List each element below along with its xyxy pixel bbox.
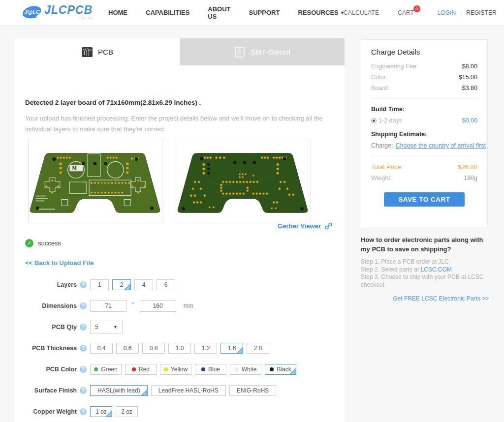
help-icon[interactable]	[80, 281, 87, 288]
jlcpcb-logo[interactable]: J@LC JLCPCB BETA	[22, 4, 93, 21]
logo-beta-label: BETA	[42, 16, 93, 20]
build-time-radio[interactable]: 1-2 days	[371, 117, 402, 124]
jlcpcb-logo-icon: J@LC	[22, 4, 42, 21]
thickness-option[interactable]: 0.4	[90, 343, 113, 354]
divider	[371, 98, 477, 99]
help-icon[interactable]	[80, 302, 87, 309]
dimension-width-input[interactable]	[90, 300, 126, 312]
svg-text:M: M	[72, 165, 77, 171]
thickness-option[interactable]: 1.6	[220, 343, 243, 354]
logo-text: JLCPCB	[44, 4, 93, 15]
help-icon[interactable]	[80, 387, 87, 394]
top-navbar: J@LC JLCPCB BETA HOME ▾ CAPABILITIES ▾ A…	[0, 0, 504, 26]
tab-pcb[interactable]: PCB	[15, 38, 180, 65]
help-icon[interactable]	[80, 366, 87, 373]
get-free-parts-link[interactable]: Get FREE LCSC Electronic Parts >>	[361, 295, 489, 302]
copper-weight-row: Copper Weight 1 oz2 oz	[15, 406, 345, 417]
build-time-row: 1-2 days $0.00	[371, 117, 477, 124]
thickness-label: PCB Thickness	[32, 345, 77, 352]
dimensions-label: Dimensions	[42, 302, 77, 309]
promo-step-1: Step 1. Place a PCB order at JLC	[361, 258, 489, 266]
surface-finish-row: Surface Finish HASL(with lead)LeadFree H…	[15, 385, 345, 396]
layers-row: Layers 1246	[15, 279, 345, 290]
dimension-height-input[interactable]	[140, 300, 176, 312]
cart-count-badge: 0	[413, 5, 420, 12]
nav-item[interactable]: RESOURCES ▾	[298, 9, 343, 16]
upload-status-row: ✓ success	[25, 239, 61, 247]
divider	[371, 156, 477, 156]
layers-option[interactable]: 1	[90, 279, 109, 290]
dimension-unit: mm	[184, 302, 193, 309]
color-dot	[270, 367, 274, 371]
back-to-upload-link[interactable]: << Back to Upload File	[25, 259, 94, 267]
dimensions-row: Dimensions * mm	[15, 301, 345, 311]
layers-option[interactable]: 6	[157, 279, 175, 290]
lcsc-link[interactable]: LCSC.COM	[420, 266, 451, 273]
fee-row: Board: $3.80	[371, 85, 477, 91]
cart-link[interactable]: CART 0	[398, 9, 413, 16]
login-link[interactable]: LOGIN	[438, 9, 456, 16]
layers-option[interactable]: 2	[112, 279, 131, 290]
thickness-row: PCB Thickness 0.40.60.81.01.21.62.0	[15, 343, 345, 354]
smt-stencil-tab-icon	[234, 46, 246, 58]
lcsc-promo: How to order electronic parts along with…	[361, 235, 489, 302]
charge-details-card: Charge Details Engineering Fee: $8.00 Co…	[361, 39, 488, 227]
fee-row: Color: $15.00	[371, 74, 477, 81]
header-actions: CALCULATE CART 0 LOGIN | REGISTER	[344, 9, 497, 16]
register-link[interactable]: REGISTER	[466, 9, 496, 16]
thickness-option[interactable]: 0.6	[116, 343, 139, 354]
color-dot	[132, 367, 136, 371]
thickness-option[interactable]: 1.2	[194, 343, 217, 354]
thickness-options: 0.40.60.81.01.21.62.0	[90, 343, 269, 354]
surface-finish-option[interactable]: ENIG-RoHS	[229, 385, 276, 396]
success-check-icon: ✓	[25, 239, 33, 247]
tab-smt-stencil[interactable]: SMT-Stencil	[180, 38, 345, 65]
color-option[interactable]: Black	[265, 364, 296, 375]
nav-item[interactable]: CAPABILITIES ▾	[146, 9, 189, 16]
surface-finish-option[interactable]: LeadFree HASL-RoHS	[151, 385, 226, 396]
total-price-label: Total Price:	[371, 163, 403, 171]
save-to-cart-button[interactable]: SAVE TO CART	[384, 192, 465, 207]
choose-country-link[interactable]: Choose the country of arrival first	[395, 142, 485, 149]
thickness-option[interactable]: 1.0	[168, 343, 191, 354]
layers-options: 1246	[90, 279, 175, 290]
help-icon[interactable]	[80, 345, 87, 352]
thickness-option[interactable]: 0.8	[142, 343, 165, 354]
color-option[interactable]: Blue	[195, 364, 226, 375]
color-option[interactable]: Red	[125, 364, 157, 375]
nav-item[interactable]: HOME ▾	[108, 9, 127, 16]
pcb-front-image: M	[29, 139, 162, 222]
help-icon[interactable]	[80, 408, 87, 415]
nav-item[interactable]: ABOUT US ▾	[208, 5, 230, 20]
radio-icon	[371, 118, 377, 123]
product-tabs: PCB SMT-Stencil	[15, 38, 345, 65]
color-label: PCB Color	[46, 366, 77, 373]
color-option[interactable]: Green	[90, 364, 122, 375]
color-dot	[201, 367, 205, 371]
total-price-value: $26.80	[458, 163, 477, 171]
gerber-viewer-link[interactable]: Gerber Viewer	[278, 222, 321, 230]
copper-weight-option[interactable]: 1 oz	[90, 406, 112, 417]
color-options: Green Red Yellow Blue White	[90, 364, 296, 375]
qty-select[interactable]: 5 ▼	[90, 321, 123, 333]
main-nav: HOME ▾ CAPABILITIES ▾ ABOUT US ▾ SUPPORT…	[108, 5, 344, 20]
layers-option[interactable]: 4	[134, 279, 153, 290]
surface-finish-options: HASL(with lead)LeadFree HASL-RoHSENIG-Ro…	[90, 385, 276, 396]
charge-label: Charge:	[371, 142, 393, 149]
link-icon[interactable]	[324, 222, 333, 230]
help-icon[interactable]	[80, 324, 87, 331]
pcb-back-preview	[175, 139, 311, 222]
auth-separator: |	[460, 9, 462, 16]
gerber-viewer-row: Gerber Viewer	[278, 222, 333, 230]
promo-title: How to order electronic parts along with…	[361, 235, 489, 254]
color-option[interactable]: White	[230, 364, 261, 375]
color-row: PCB Color Green Red Yellow Blue	[15, 364, 345, 375]
weight-value: 190g	[464, 175, 477, 181]
thickness-option[interactable]: 2.0	[247, 343, 269, 354]
color-option[interactable]: Yellow	[160, 364, 191, 375]
copper-weight-option[interactable]: 2 oz	[116, 406, 138, 417]
nav-item[interactable]: SUPPORT ▾	[249, 9, 280, 16]
build-time-price: $0.00	[462, 117, 477, 124]
calculate-link[interactable]: CALCULATE	[344, 9, 379, 16]
surface-finish-option[interactable]: HASL(with lead)	[90, 385, 148, 396]
